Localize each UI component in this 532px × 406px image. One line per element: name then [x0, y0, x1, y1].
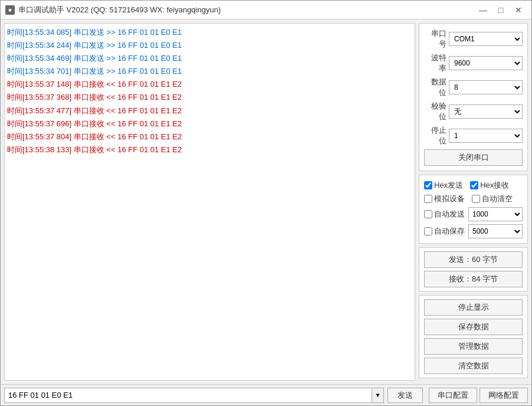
auto-save-checkbox[interactable] [424, 227, 432, 235]
action-section: 停止显示 保存数据 管理数据 清空数据 [419, 295, 528, 378]
mock-device-checkbox[interactable] [424, 195, 432, 203]
bottom-tab-bar: 串口配置 网络配置 [429, 388, 528, 403]
window-title: 串口调试助手 V2022 (QQ: 517216493 WX: feiyangq… [18, 5, 221, 15]
network-config-tab[interactable]: 网络配置 [480, 388, 528, 403]
check-select[interactable]: 无 [449, 104, 523, 119]
send-stats-button[interactable]: 发送：60 字节 [424, 251, 523, 268]
close-serial-button[interactable]: 关闭串口 [424, 149, 523, 166]
mock-device-label: 模拟设备 [434, 194, 465, 204]
options-section: Hex发送 Hex接收 模拟设备 自动清空 [419, 175, 528, 244]
recv-stats-button[interactable]: 接收：84 字节 [424, 271, 523, 287]
baud-label: 波特率 [424, 53, 446, 74]
log-line: 时间[13:55:37 368] 串口接收 << 16 FF 01 01 E1 … [7, 91, 412, 104]
check-row: 校验位 无 [424, 101, 523, 122]
auto-save-row: 自动保存 5000 [424, 224, 523, 238]
baud-select[interactable]: 9600 [449, 56, 523, 70]
log-line: 时间[13:55:37 696] 串口接收 << 16 FF 01 01 E1 … [7, 117, 412, 130]
hex-row: Hex发送 Hex接收 [424, 180, 523, 191]
log-line: 时间[13:55:37 477] 串口接收 << 16 FF 01 01 E1 … [7, 104, 412, 117]
bottom-bar: ▼ 发送 串口配置 网络配置 [1, 384, 531, 405]
log-line: 时间[13:55:34 701] 串口发送 >> 16 FF 01 01 E0 … [7, 65, 412, 78]
check-label: 校验位 [424, 101, 446, 122]
auto-clear-checkbox-label[interactable]: 自动清空 [472, 194, 513, 204]
hex-send-checkbox-label[interactable]: Hex发送 [424, 180, 463, 191]
auto-save-label: 自动保存 [434, 226, 465, 237]
stop-display-button[interactable]: 停止显示 [424, 299, 523, 316]
auto-send-row: 自动发送 1000 [424, 207, 523, 221]
title-bar: ■ 串口调试助手 V2022 (QQ: 517216493 WX: feiyan… [1, 1, 531, 19]
serial-config-section: 串口号 COM1 波特率 9600 数据位 8 [419, 23, 528, 171]
title-bar-left: ■ 串口调试助手 V2022 (QQ: 517216493 WX: feiyan… [5, 5, 221, 15]
log-line: 时间[13:55:37 804] 串口接收 << 16 FF 01 01 E1 … [7, 130, 412, 143]
auto-clear-label: 自动清空 [482, 194, 513, 204]
app-icon: ■ [5, 5, 15, 15]
auto-send-label: 自动发送 [434, 209, 465, 220]
manage-data-button[interactable]: 管理数据 [424, 338, 523, 355]
auto-save-checkbox-label[interactable]: 自动保存 [424, 226, 465, 237]
send-button[interactable]: 发送 [387, 388, 423, 403]
port-label: 串口号 [424, 28, 446, 50]
data-select[interactable]: 8 [449, 80, 523, 94]
port-select[interactable]: COM1 [449, 32, 523, 46]
data-label: 数据位 [424, 77, 446, 98]
close-button[interactable]: ✕ [510, 4, 527, 17]
baud-row: 波特率 9600 [424, 53, 523, 74]
send-dropdown-arrow[interactable]: ▼ [372, 388, 384, 403]
log-line: 时间[13:55:34 244] 串口发送 >> 16 FF 01 01 E0 … [7, 39, 412, 52]
log-line: 时间[13:55:34 469] 串口发送 >> 16 FF 01 01 E0 … [7, 52, 412, 65]
log-line: 时间[13:55:38 133] 串口接收 << 16 FF 01 01 E1 … [7, 143, 412, 156]
log-line: 时间[13:55:37 148] 串口接收 << 16 FF 01 01 E1 … [7, 78, 412, 91]
send-input[interactable] [4, 388, 372, 403]
data-row: 数据位 8 [424, 77, 523, 98]
minimize-button[interactable]: — [475, 4, 491, 17]
log-area[interactable]: 时间[13:55:34 085] 串口发送 >> 16 FF 01 01 E0 … [4, 23, 415, 381]
maximize-button[interactable]: □ [492, 4, 509, 17]
stop-row: 停止位 1 [424, 125, 523, 146]
port-row: 串口号 COM1 [424, 28, 523, 50]
auto-send-checkbox-label[interactable]: 自动发送 [424, 209, 465, 220]
save-data-button[interactable]: 保存数据 [424, 319, 523, 335]
right-panel: 串口号 COM1 波特率 9600 数据位 8 [419, 23, 528, 381]
window-controls: — □ ✕ [475, 4, 527, 17]
hex-recv-label: Hex接收 [480, 180, 509, 191]
hex-recv-checkbox-label[interactable]: Hex接收 [470, 180, 509, 191]
mock-device-checkbox-label[interactable]: 模拟设备 [424, 194, 465, 204]
hex-recv-checkbox[interactable] [470, 181, 478, 189]
stop-label: 停止位 [424, 125, 446, 146]
clear-data-button[interactable]: 清空数据 [424, 358, 523, 374]
main-window: ■ 串口调试助手 V2022 (QQ: 517216493 WX: feiyan… [0, 0, 532, 406]
stats-section: 发送：60 字节 接收：84 字节 [419, 247, 528, 292]
log-line: 时间[13:55:34 085] 串口发送 >> 16 FF 01 01 E0 … [7, 26, 412, 39]
send-input-wrapper: ▼ [4, 388, 384, 403]
serial-config-tab[interactable]: 串口配置 [429, 388, 477, 403]
auto-clear-checkbox[interactable] [472, 195, 480, 203]
auto-send-checkbox[interactable] [424, 210, 432, 218]
stop-select[interactable]: 1 [449, 129, 523, 143]
hex-send-label: Hex发送 [434, 180, 463, 191]
mock-row: 模拟设备 自动清空 [424, 194, 523, 204]
auto-send-select[interactable]: 1000 [468, 207, 523, 221]
main-content: 时间[13:55:34 085] 串口发送 >> 16 FF 01 01 E0 … [1, 19, 531, 384]
hex-send-checkbox[interactable] [424, 181, 432, 189]
auto-save-select[interactable]: 5000 [468, 224, 523, 238]
